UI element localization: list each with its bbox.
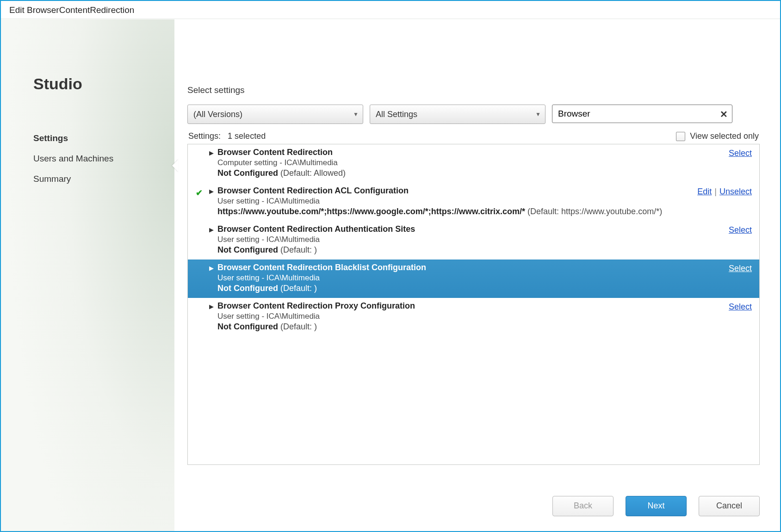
back-button[interactable]: Back [552,496,614,516]
settings-count-value: 1 selected [228,131,266,141]
unselect-link[interactable]: Unselect [719,187,752,196]
expand-icon[interactable]: ▶ [205,263,217,293]
setting-actions: Select [729,148,752,178]
expand-icon[interactable]: ▶ [205,301,217,332]
wizard-step-2[interactable]: Summary [33,173,174,185]
select-link[interactable]: Select [729,264,752,273]
window-title: Edit BrowserContentRedirection [1,1,780,19]
setting-row[interactable]: ✔▶Browser Content Redirection ACL Config… [188,183,759,221]
expand-icon[interactable]: ▶ [205,186,217,217]
setting-body: Browser Content Redirection Blacklist Co… [217,263,729,293]
edit-link[interactable]: Edit [697,187,712,196]
setting-body: Browser Content Redirection Authenticati… [217,224,729,255]
dialog-window: Edit BrowserContentRedirection Studio Se… [0,0,781,532]
setting-title: Browser Content Redirection Proxy Config… [217,301,729,311]
settings-count-label: Settings: [188,131,221,141]
setting-title: Browser Content Redirection Authenticati… [217,224,729,234]
setting-actions: Select [729,263,752,293]
scope-filter-dropdown[interactable]: All Settings ▼ [370,105,545,124]
status-gutter [192,224,205,255]
setting-row[interactable]: ▶Browser Content Redirection Authenticat… [188,221,759,260]
chevron-down-icon: ▼ [535,111,541,118]
scope-filter-value: All Settings [376,110,417,119]
setting-actions: Select [729,224,752,255]
version-filter-dropdown[interactable]: (All Versions) ▼ [187,105,363,124]
wizard-steps: SettingsUsers and MachinesSummary [33,132,174,185]
checkbox-icon [676,132,685,141]
checkmark-icon: ✔ [196,188,203,217]
setting-title: Browser Content Redirection [217,148,729,157]
select-link[interactable]: Select [729,148,752,158]
search-input[interactable] [552,105,732,123]
setting-body: Browser Content Redirection Proxy Config… [217,301,729,332]
setting-row[interactable]: ▶Browser Content Redirection Blacklist C… [188,260,759,298]
setting-body: Browser Content Redirection ACL Configur… [217,186,697,217]
setting-path: User setting - ICA\Multimedia [217,197,697,206]
select-link[interactable]: Select [729,302,752,311]
setting-path: User setting - ICA\Multimedia [217,235,729,244]
setting-path: User setting - ICA\Multimedia [217,312,729,321]
chevron-down-icon: ▼ [353,111,359,118]
setting-state: https://www.youtube.com/*;https://www.go… [217,207,697,217]
setting-body: Browser Content RedirectionComputer sett… [217,148,729,178]
setting-state: Not Configured (Default: ) [217,245,729,255]
setting-state: Not Configured (Default: ) [217,284,729,293]
wizard-step-0[interactable]: Settings [33,132,174,144]
clear-search-icon[interactable]: ✕ [720,109,728,120]
expand-icon[interactable]: ▶ [205,224,217,255]
settings-search: ✕ [552,105,732,124]
setting-actions: Select [729,301,752,332]
filter-row: (All Versions) ▼ All Settings ▼ ✕ [187,105,760,124]
view-selected-only-toggle[interactable]: View selected only [676,131,759,141]
status-gutter [192,148,205,178]
view-selected-only-label: View selected only [690,131,759,141]
setting-row[interactable]: ▶Browser Content RedirectionComputer set… [188,144,759,183]
wizard-sidebar: Studio SettingsUsers and MachinesSummary [1,19,174,531]
setting-path: User setting - ICA\Multimedia [217,273,729,283]
status-gutter: ✔ [192,186,205,217]
cancel-button[interactable]: Cancel [699,496,760,516]
setting-state: Not Configured (Default: ) [217,322,729,332]
setting-actions: Edit|Unselect [697,186,752,217]
version-filter-value: (All Versions) [193,110,242,119]
setting-title: Browser Content Redirection Blacklist Co… [217,263,729,272]
next-button[interactable]: Next [626,496,687,516]
main-panel: Select settings (All Versions) ▼ All Set… [174,19,780,531]
sidebar-active-notch [172,159,179,172]
wizard-footer: Back Next Cancel [552,496,760,516]
setting-row[interactable]: ▶Browser Content Redirection Proxy Confi… [188,298,759,336]
setting-state: Not Configured (Default: Allowed) [217,168,729,178]
wizard-step-1[interactable]: Users and Machines [33,153,174,165]
setting-title: Browser Content Redirection ACL Configur… [217,186,697,196]
brand-title: Studio [33,75,174,93]
page-heading: Select settings [187,85,760,95]
status-gutter [192,263,205,293]
setting-path: Computer setting - ICA\Multimedia [217,158,729,167]
settings-list[interactable]: ▶Browser Content RedirectionComputer set… [187,144,760,465]
settings-count-row: Settings: 1 selected View selected only [187,131,760,141]
status-gutter [192,301,205,332]
select-link[interactable]: Select [729,225,752,235]
expand-icon[interactable]: ▶ [205,148,217,178]
content-area: Studio SettingsUsers and MachinesSummary… [1,19,780,531]
